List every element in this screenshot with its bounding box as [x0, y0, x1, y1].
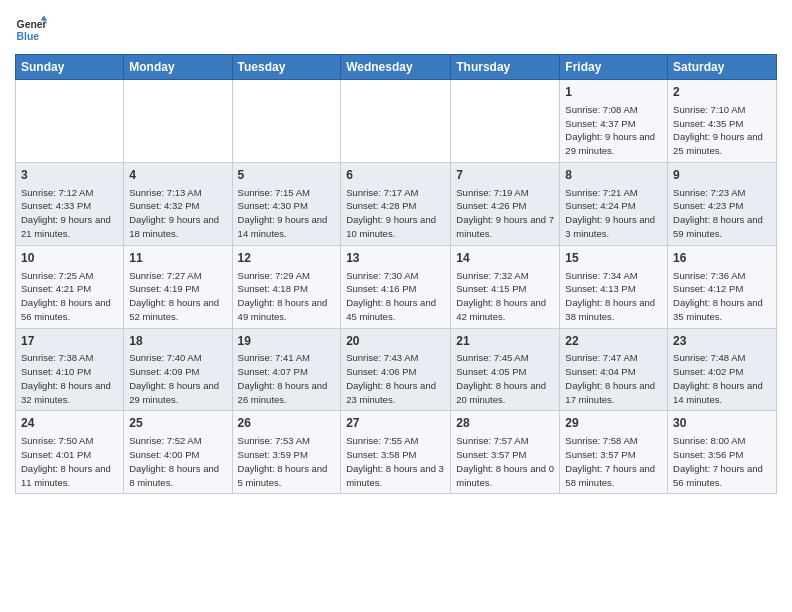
- svg-text:Blue: Blue: [17, 31, 40, 42]
- day-cell: 1Sunrise: 7:08 AM Sunset: 4:37 PM Daylig…: [560, 80, 668, 163]
- day-info: Sunrise: 7:29 AM Sunset: 4:18 PM Dayligh…: [238, 269, 336, 324]
- day-cell: 24Sunrise: 7:50 AM Sunset: 4:01 PM Dayli…: [16, 411, 124, 494]
- day-info: Sunrise: 7:43 AM Sunset: 4:06 PM Dayligh…: [346, 351, 445, 406]
- day-cell: 11Sunrise: 7:27 AM Sunset: 4:19 PM Dayli…: [124, 245, 232, 328]
- week-row-1: 1Sunrise: 7:08 AM Sunset: 4:37 PM Daylig…: [16, 80, 777, 163]
- day-cell: 13Sunrise: 7:30 AM Sunset: 4:16 PM Dayli…: [341, 245, 451, 328]
- day-number: 12: [238, 250, 336, 267]
- day-number: 6: [346, 167, 445, 184]
- day-number: 1: [565, 84, 662, 101]
- day-header-thursday: Thursday: [451, 55, 560, 80]
- day-info: Sunrise: 7:34 AM Sunset: 4:13 PM Dayligh…: [565, 269, 662, 324]
- day-cell: 14Sunrise: 7:32 AM Sunset: 4:15 PM Dayli…: [451, 245, 560, 328]
- day-cell: 21Sunrise: 7:45 AM Sunset: 4:05 PM Dayli…: [451, 328, 560, 411]
- day-number: 21: [456, 333, 554, 350]
- page: General Blue SundayMondayTuesdayWednesda…: [0, 0, 792, 504]
- day-header-sunday: Sunday: [16, 55, 124, 80]
- day-info: Sunrise: 7:27 AM Sunset: 4:19 PM Dayligh…: [129, 269, 226, 324]
- day-cell: 12Sunrise: 7:29 AM Sunset: 4:18 PM Dayli…: [232, 245, 341, 328]
- day-cell: 20Sunrise: 7:43 AM Sunset: 4:06 PM Dayli…: [341, 328, 451, 411]
- day-number: 9: [673, 167, 771, 184]
- day-info: Sunrise: 8:00 AM Sunset: 3:56 PM Dayligh…: [673, 434, 771, 489]
- day-info: Sunrise: 7:58 AM Sunset: 3:57 PM Dayligh…: [565, 434, 662, 489]
- header-row: SundayMondayTuesdayWednesdayThursdayFrid…: [16, 55, 777, 80]
- day-number: 27: [346, 415, 445, 432]
- day-cell: 23Sunrise: 7:48 AM Sunset: 4:02 PM Dayli…: [668, 328, 777, 411]
- week-row-5: 24Sunrise: 7:50 AM Sunset: 4:01 PM Dayli…: [16, 411, 777, 494]
- day-cell: [124, 80, 232, 163]
- day-number: 2: [673, 84, 771, 101]
- day-number: 4: [129, 167, 226, 184]
- day-info: Sunrise: 7:50 AM Sunset: 4:01 PM Dayligh…: [21, 434, 118, 489]
- day-info: Sunrise: 7:52 AM Sunset: 4:00 PM Dayligh…: [129, 434, 226, 489]
- day-cell: 10Sunrise: 7:25 AM Sunset: 4:21 PM Dayli…: [16, 245, 124, 328]
- day-info: Sunrise: 7:38 AM Sunset: 4:10 PM Dayligh…: [21, 351, 118, 406]
- day-header-saturday: Saturday: [668, 55, 777, 80]
- day-number: 24: [21, 415, 118, 432]
- day-number: 22: [565, 333, 662, 350]
- day-info: Sunrise: 7:23 AM Sunset: 4:23 PM Dayligh…: [673, 186, 771, 241]
- day-number: 17: [21, 333, 118, 350]
- day-cell: 6Sunrise: 7:17 AM Sunset: 4:28 PM Daylig…: [341, 162, 451, 245]
- day-cell: 18Sunrise: 7:40 AM Sunset: 4:09 PM Dayli…: [124, 328, 232, 411]
- day-cell: 15Sunrise: 7:34 AM Sunset: 4:13 PM Dayli…: [560, 245, 668, 328]
- day-cell: 2Sunrise: 7:10 AM Sunset: 4:35 PM Daylig…: [668, 80, 777, 163]
- day-info: Sunrise: 7:53 AM Sunset: 3:59 PM Dayligh…: [238, 434, 336, 489]
- day-info: Sunrise: 7:08 AM Sunset: 4:37 PM Dayligh…: [565, 103, 662, 158]
- day-info: Sunrise: 7:30 AM Sunset: 4:16 PM Dayligh…: [346, 269, 445, 324]
- day-cell: 29Sunrise: 7:58 AM Sunset: 3:57 PM Dayli…: [560, 411, 668, 494]
- day-number: 30: [673, 415, 771, 432]
- day-cell: 17Sunrise: 7:38 AM Sunset: 4:10 PM Dayli…: [16, 328, 124, 411]
- day-header-monday: Monday: [124, 55, 232, 80]
- day-info: Sunrise: 7:36 AM Sunset: 4:12 PM Dayligh…: [673, 269, 771, 324]
- day-number: 5: [238, 167, 336, 184]
- day-cell: 5Sunrise: 7:15 AM Sunset: 4:30 PM Daylig…: [232, 162, 341, 245]
- day-number: 7: [456, 167, 554, 184]
- day-number: 19: [238, 333, 336, 350]
- day-info: Sunrise: 7:17 AM Sunset: 4:28 PM Dayligh…: [346, 186, 445, 241]
- day-info: Sunrise: 7:19 AM Sunset: 4:26 PM Dayligh…: [456, 186, 554, 241]
- day-number: 16: [673, 250, 771, 267]
- day-info: Sunrise: 7:48 AM Sunset: 4:02 PM Dayligh…: [673, 351, 771, 406]
- day-cell: 16Sunrise: 7:36 AM Sunset: 4:12 PM Dayli…: [668, 245, 777, 328]
- day-cell: 25Sunrise: 7:52 AM Sunset: 4:00 PM Dayli…: [124, 411, 232, 494]
- day-info: Sunrise: 7:55 AM Sunset: 3:58 PM Dayligh…: [346, 434, 445, 489]
- day-info: Sunrise: 7:15 AM Sunset: 4:30 PM Dayligh…: [238, 186, 336, 241]
- day-info: Sunrise: 7:12 AM Sunset: 4:33 PM Dayligh…: [21, 186, 118, 241]
- day-number: 14: [456, 250, 554, 267]
- day-cell: 3Sunrise: 7:12 AM Sunset: 4:33 PM Daylig…: [16, 162, 124, 245]
- day-cell: 30Sunrise: 8:00 AM Sunset: 3:56 PM Dayli…: [668, 411, 777, 494]
- day-number: 11: [129, 250, 226, 267]
- day-number: 15: [565, 250, 662, 267]
- day-cell: 26Sunrise: 7:53 AM Sunset: 3:59 PM Dayli…: [232, 411, 341, 494]
- day-header-friday: Friday: [560, 55, 668, 80]
- day-info: Sunrise: 7:32 AM Sunset: 4:15 PM Dayligh…: [456, 269, 554, 324]
- day-number: 25: [129, 415, 226, 432]
- day-number: 26: [238, 415, 336, 432]
- day-number: 3: [21, 167, 118, 184]
- day-number: 13: [346, 250, 445, 267]
- week-row-2: 3Sunrise: 7:12 AM Sunset: 4:33 PM Daylig…: [16, 162, 777, 245]
- day-info: Sunrise: 7:10 AM Sunset: 4:35 PM Dayligh…: [673, 103, 771, 158]
- logo-icon: General Blue: [15, 14, 47, 46]
- day-number: 28: [456, 415, 554, 432]
- logo: General Blue: [15, 14, 47, 46]
- calendar-table: SundayMondayTuesdayWednesdayThursdayFrid…: [15, 54, 777, 494]
- day-number: 23: [673, 333, 771, 350]
- day-number: 8: [565, 167, 662, 184]
- day-info: Sunrise: 7:40 AM Sunset: 4:09 PM Dayligh…: [129, 351, 226, 406]
- day-cell: 7Sunrise: 7:19 AM Sunset: 4:26 PM Daylig…: [451, 162, 560, 245]
- day-cell: [451, 80, 560, 163]
- day-cell: 8Sunrise: 7:21 AM Sunset: 4:24 PM Daylig…: [560, 162, 668, 245]
- header: General Blue: [15, 10, 777, 46]
- day-cell: 19Sunrise: 7:41 AM Sunset: 4:07 PM Dayli…: [232, 328, 341, 411]
- day-info: Sunrise: 7:21 AM Sunset: 4:24 PM Dayligh…: [565, 186, 662, 241]
- day-cell: [341, 80, 451, 163]
- day-header-tuesday: Tuesday: [232, 55, 341, 80]
- day-number: 18: [129, 333, 226, 350]
- day-info: Sunrise: 7:57 AM Sunset: 3:57 PM Dayligh…: [456, 434, 554, 489]
- week-row-4: 17Sunrise: 7:38 AM Sunset: 4:10 PM Dayli…: [16, 328, 777, 411]
- day-info: Sunrise: 7:41 AM Sunset: 4:07 PM Dayligh…: [238, 351, 336, 406]
- day-info: Sunrise: 7:45 AM Sunset: 4:05 PM Dayligh…: [456, 351, 554, 406]
- day-cell: 27Sunrise: 7:55 AM Sunset: 3:58 PM Dayli…: [341, 411, 451, 494]
